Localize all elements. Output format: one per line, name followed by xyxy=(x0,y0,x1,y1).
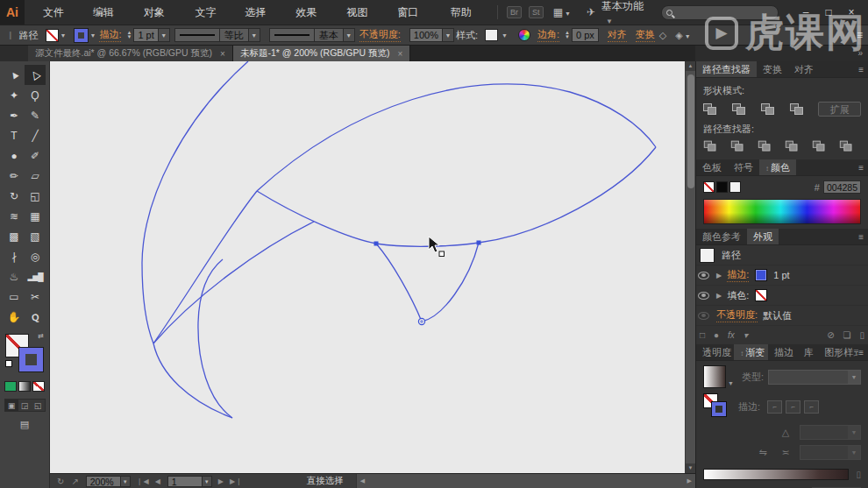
menu-edit[interactable]: 编辑(E) xyxy=(83,0,134,25)
tool-artboard[interactable]: ▭ xyxy=(4,286,25,307)
exclude-icon[interactable] xyxy=(790,103,804,116)
tool-direct-selection[interactable]: ▷ xyxy=(25,65,46,85)
bridge-badge-icon[interactable]: Br xyxy=(507,6,522,18)
tool-shaper[interactable]: ▱ xyxy=(25,166,46,186)
close-button[interactable]: × xyxy=(840,6,863,18)
tool-line-segment[interactable]: ╱ xyxy=(25,125,46,145)
canvas[interactable]: ▲ ▼ xyxy=(50,61,695,473)
opacity-dropdown[interactable]: ▼ xyxy=(443,28,454,42)
tab-transform[interactable]: 变换 xyxy=(757,61,788,77)
add-effect-icon[interactable]: fx▾ xyxy=(728,330,748,340)
next-artboard-icon[interactable]: ▶ xyxy=(218,477,224,485)
appearance-row-fill[interactable]: ▶ 填色: xyxy=(696,286,868,306)
scroll-up-icon[interactable]: ▲ xyxy=(686,61,696,71)
workspace-switcher[interactable]: 基本功能▼ xyxy=(601,0,649,26)
stock-badge-icon[interactable]: St xyxy=(529,6,544,18)
visibility-eye-icon[interactable] xyxy=(698,272,709,279)
tool-pencil[interactable]: ✏ xyxy=(4,166,25,186)
menu-view[interactable]: 视图(V) xyxy=(338,0,388,25)
tool-column-graph[interactable]: ▂▅█ xyxy=(25,266,46,286)
vertical-scroll-thumb[interactable] xyxy=(687,74,694,188)
tab-transparency[interactable]: 透明度 xyxy=(696,344,734,360)
trim-icon[interactable] xyxy=(731,141,744,152)
screen-mode-icon[interactable]: ▤ xyxy=(20,419,29,430)
scroll-left-icon[interactable]: ◀ xyxy=(357,477,368,484)
tool-slice[interactable]: ✂ xyxy=(25,286,46,307)
brush-definition[interactable]: 基本 ▼ xyxy=(269,28,355,42)
stroke-along-icon[interactable]: ⌐ xyxy=(786,400,800,414)
panel-menu-icon[interactable]: ≡ xyxy=(858,229,868,244)
doc-tab-untitled[interactable]: 未标题-1* @ 200% (RGB/GPU 预览)× xyxy=(233,46,410,61)
fill-swatch[interactable] xyxy=(46,29,59,42)
clear-appearance-icon[interactable]: ⊘ xyxy=(827,330,834,340)
stroke-attr-link[interactable]: 描边: xyxy=(727,268,749,282)
tool-gradient[interactable]: ▧ xyxy=(25,226,46,246)
search-input[interactable] xyxy=(661,5,779,20)
crop-icon[interactable] xyxy=(786,141,799,152)
expand-row-icon[interactable]: ▶ xyxy=(716,292,722,300)
tool-symbol-sprayer[interactable]: ♨ xyxy=(4,266,25,286)
vertical-scrollbar[interactable]: ▲ ▼ xyxy=(685,61,695,473)
reverse-gradient-icon[interactable]: ⇋ xyxy=(756,447,770,458)
tool-width[interactable]: ≋ xyxy=(4,206,25,226)
expand-button[interactable]: 扩展 xyxy=(818,102,861,117)
expand-row-icon[interactable]: ▶ xyxy=(716,272,722,279)
stroke-color-swatch[interactable] xyxy=(19,348,43,371)
stroke-dropdown-icon[interactable]: ▼ xyxy=(89,32,96,39)
color-button[interactable] xyxy=(4,381,17,392)
draw-normal-icon[interactable]: ▣ xyxy=(5,400,18,411)
tool-curvature-pen[interactable]: ✎ xyxy=(25,105,46,125)
gradient-button[interactable] xyxy=(18,381,31,392)
tab-color-guide[interactable]: 颜色参考 xyxy=(696,229,747,244)
gradient-fill-stroke-proxy[interactable] xyxy=(703,393,729,420)
tool-hand[interactable]: ✋ xyxy=(4,307,25,327)
tool-rotate[interactable]: ↻ xyxy=(4,186,25,206)
tool-mesh[interactable]: ▩ xyxy=(4,226,25,246)
menu-help[interactable]: 帮助(H) xyxy=(441,0,492,25)
previous-artboard-icon[interactable]: ◀ xyxy=(155,477,161,485)
tool-free-transform[interactable]: ◱ xyxy=(25,186,46,206)
stroke-width-field[interactable]: 1 pt xyxy=(133,28,158,42)
gradient-thumbnail[interactable] xyxy=(703,365,726,388)
scroll-right-icon[interactable]: ▶ xyxy=(684,477,695,484)
hex-value-field[interactable]: 004285 xyxy=(823,180,861,194)
variable-width-profile[interactable]: 等比 ▼ xyxy=(174,28,260,42)
gpu-performance-icon[interactable]: ✈ xyxy=(587,6,595,18)
tool-zoom[interactable]: Q xyxy=(25,307,46,327)
tab-close-icon[interactable]: × xyxy=(220,49,225,59)
gradient-stroke-swatch[interactable] xyxy=(712,402,726,416)
rotate-view-icon[interactable]: ↻ xyxy=(57,477,64,486)
corner-link[interactable]: 边角: xyxy=(537,28,559,42)
appearance-row-path[interactable]: 路径 xyxy=(696,245,868,265)
stroke-swatch[interactable] xyxy=(75,29,88,42)
tool-perspective-grid[interactable]: ▦ xyxy=(25,206,46,226)
tool-ellipse[interactable]: ● xyxy=(4,145,25,166)
first-artboard-icon[interactable]: ❘◀ xyxy=(137,477,150,485)
intersect-icon[interactable] xyxy=(761,103,775,116)
tab-close-icon[interactable]: × xyxy=(397,49,402,59)
outline-icon[interactable] xyxy=(813,141,826,152)
menu-object[interactable]: 对象(O) xyxy=(134,0,186,25)
stroke-color-swatch[interactable] xyxy=(755,269,767,281)
delete-stop-icon[interactable]: ▯ xyxy=(856,470,861,479)
none-color-chip[interactable] xyxy=(703,181,715,193)
collapse-panels-icon[interactable]: » xyxy=(695,46,868,61)
tab-symbols[interactable]: 符号 xyxy=(728,159,759,175)
tab-libraries[interactable]: 库 xyxy=(797,344,818,360)
tab-pathfinder[interactable]: 路径查找器 xyxy=(696,61,757,77)
draw-behind-icon[interactable]: ◲ xyxy=(18,400,32,411)
opacity-link[interactable]: 不透明度: xyxy=(359,28,401,42)
menu-select[interactable]: 选择(S) xyxy=(236,0,287,25)
doc-tab-source[interactable]: 源文件最终.ai* @ 66.67% (RGB/GPU 预览)× xyxy=(28,46,233,61)
panel-menu-icon[interactable]: ≡ xyxy=(858,159,868,175)
corner-field[interactable]: 0 px xyxy=(572,28,599,42)
stroke-stepper[interactable]: ▲▼ xyxy=(126,31,132,39)
tool-magic-wand[interactable]: ✦ xyxy=(4,85,25,105)
tab-gradient[interactable]: ↕渐变 xyxy=(734,344,768,360)
last-artboard-icon[interactable]: ▶❘ xyxy=(230,477,243,485)
stroke-within-icon[interactable]: ⌐ xyxy=(767,400,782,414)
style-dropdown-icon[interactable]: ▼ xyxy=(502,32,508,39)
swap-colors-icon[interactable]: ⇄ xyxy=(38,332,44,340)
tab-align[interactable]: 对齐 xyxy=(788,61,820,77)
tab-graphic-styles[interactable]: 图形样式 xyxy=(818,344,858,360)
